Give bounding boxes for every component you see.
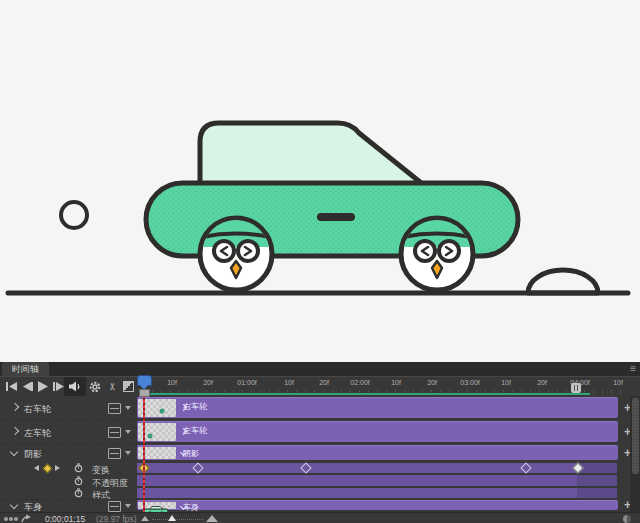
time-ruler[interactable]: 10f20f01:00f10f20f02:00f10f20f03:00f10f2… — [135, 377, 628, 394]
clip-left-wheel[interactable]: 左车轮 — [137, 421, 618, 442]
next-keyframe-icon[interactable] — [55, 465, 60, 471]
play-button[interactable] — [36, 380, 50, 393]
stopwatch-icon[interactable] — [74, 488, 83, 498]
ruler-label: 10f — [167, 379, 177, 386]
clip-right-wheel[interactable]: 右车轮 — [137, 397, 618, 418]
app-window: 时间轴 ≡ — [0, 0, 640, 523]
vertical-scrollbar[interactable] — [630, 396, 640, 512]
car-cabin — [200, 123, 425, 186]
split-at-playhead-button[interactable]: ✂ — [105, 380, 119, 393]
ruler-label: 03:00f — [460, 379, 479, 386]
video-group-icon[interactable] — [108, 501, 121, 512]
ruler-label: 10f — [501, 379, 511, 386]
property-track-transform — [135, 462, 640, 474]
frame-rate: (29.97 fps) — [96, 514, 137, 523]
zoom-out-icon[interactable] — [141, 516, 149, 521]
chevron-down-icon[interactable] — [125, 451, 131, 455]
zoom-in-icon[interactable] — [206, 515, 218, 522]
property-track-opacity — [135, 474, 640, 487]
layer-name: 右车轮 — [24, 403, 51, 416]
clip-label: 阴影 — [183, 448, 199, 459]
chevron-down-icon[interactable] — [125, 430, 131, 434]
video-group-icon[interactable] — [108, 403, 121, 414]
playhead-anchor — [139, 389, 150, 397]
ruler-label: 20f — [203, 379, 213, 386]
clip-shadow[interactable]: 阴影 — [137, 445, 618, 460]
disclosure-expanded-icon[interactable] — [10, 448, 18, 456]
ruler-label: 10f — [391, 379, 401, 386]
layer-row-shadow[interactable]: 阴影 — [0, 444, 135, 462]
zoom-slider-handle[interactable] — [168, 515, 176, 521]
layer-name: 阴影 — [24, 448, 42, 461]
panel-menu-icon[interactable]: ≡ — [630, 362, 636, 376]
clip-label: 右车轮 — [183, 401, 207, 412]
work-area-end-handle[interactable] — [571, 383, 581, 393]
mute-audio-button[interactable] — [64, 377, 86, 396]
disclosure-expanded-icon[interactable] — [10, 501, 18, 509]
layer-row-right-wheel[interactable]: 右车轮 — [0, 396, 135, 420]
scrollbar-thumb[interactable] — [632, 398, 639, 474]
car-illustration — [0, 0, 640, 362]
transition-icon — [123, 381, 134, 392]
property-row-opacity[interactable]: 不透明度 — [0, 474, 135, 487]
clip-car-body[interactable]: 车身 — [137, 500, 618, 510]
stopwatch-icon[interactable] — [74, 463, 83, 473]
scissors-icon: ✂ — [106, 382, 117, 390]
ruler-label: 10f — [284, 379, 294, 386]
track-area: 右车轮 + 左车轮 + 阴影 — [135, 394, 640, 512]
previous-frame-button[interactable] — [20, 380, 34, 393]
layer-row-left-wheel[interactable]: 左车轮 — [0, 420, 135, 444]
transition-button[interactable] — [121, 380, 135, 393]
playhead-line — [143, 395, 145, 512]
next-frame-button[interactable] — [51, 380, 65, 393]
keyframe-track[interactable] — [137, 463, 617, 473]
transport-toolbar: ✂ — [0, 377, 135, 396]
property-row-transform[interactable]: 变换 — [0, 462, 135, 474]
timeline-status-bar: 0;00;01;15 (29.97 fps) — [0, 512, 640, 523]
current-keyframe-icon[interactable] — [43, 464, 53, 474]
wheel-left-owl-icon — [200, 218, 272, 290]
frames-dots-icon[interactable] — [4, 517, 18, 521]
video-group-icon[interactable] — [108, 427, 121, 438]
track-left-wheel: 左车轮 + — [135, 420, 640, 444]
hill-bump-icon — [528, 270, 598, 293]
speaker-icon — [69, 381, 81, 392]
ruler-label: 20f — [427, 379, 437, 386]
tab-timeline[interactable]: 时间轴 — [2, 362, 49, 376]
current-timecode: 0;00;01;15 — [45, 514, 85, 523]
disclosure-collapsed-icon[interactable] — [11, 427, 19, 435]
track-car-body: 车身 + — [135, 499, 640, 512]
chevron-down-icon[interactable] — [125, 504, 131, 508]
ruler-label: 20f — [537, 379, 547, 386]
go-to-first-frame-button[interactable] — [4, 380, 18, 393]
chevron-down-icon[interactable] — [125, 406, 131, 410]
previous-keyframe-icon[interactable] — [34, 465, 39, 471]
bubble-circle-icon — [61, 202, 87, 228]
track-shadow: 阴影 + — [135, 444, 640, 462]
door-handle — [317, 213, 355, 221]
layer-name: 左车轮 — [24, 427, 51, 440]
track-right-wheel: 右车轮 + — [135, 396, 640, 420]
disclosure-collapsed-icon[interactable] — [11, 403, 19, 411]
timeline-panel: 时间轴 ≡ — [0, 362, 640, 523]
timeline-zoom-slider[interactable] — [152, 519, 204, 520]
settings-gear-button[interactable] — [88, 380, 102, 393]
panel-tab-bar: 时间轴 ≡ — [0, 362, 640, 377]
ruler-label: 20f — [319, 379, 329, 386]
ruler-label: 10f — [613, 379, 623, 386]
canvas-area — [0, 0, 640, 362]
ruler-label: 01:00f — [237, 379, 256, 386]
property-strip[interactable] — [137, 488, 617, 498]
ruler-label: 02:00f — [350, 379, 369, 386]
property-track-style — [135, 487, 640, 499]
render-progress-icon — [623, 515, 631, 523]
layer-row-car-body[interactable]: 车身 — [0, 499, 135, 512]
property-strip[interactable] — [137, 475, 617, 486]
convert-arrow-icon[interactable] — [21, 514, 33, 523]
wheel-right-owl-icon — [401, 218, 473, 290]
stopwatch-icon[interactable] — [74, 476, 83, 486]
clip-label: 左车轮 — [183, 425, 207, 436]
gear-icon — [89, 381, 101, 393]
video-group-icon[interactable] — [108, 448, 121, 459]
